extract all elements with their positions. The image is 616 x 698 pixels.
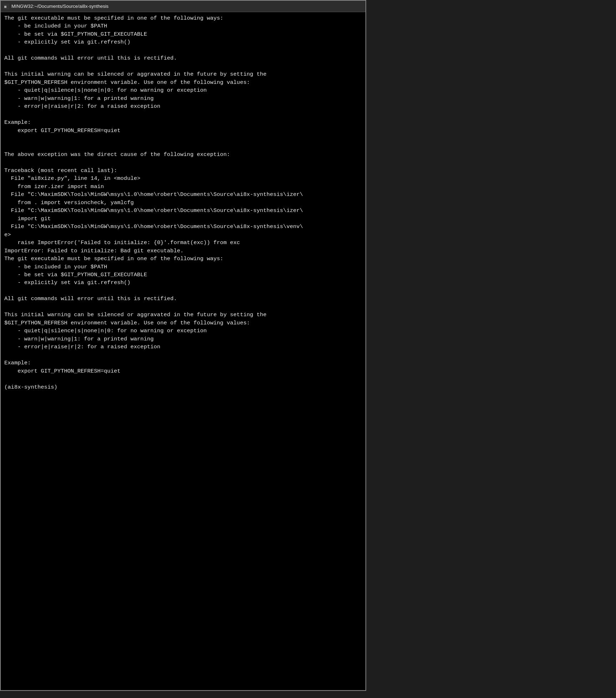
terminal-window: ■ MINGW32:~/Documents/Source/ai8x-synthe…: [0, 0, 366, 691]
window-icon: ■: [4, 4, 9, 9]
title-bar: ■ MINGW32:~/Documents/Source/ai8x-synthe…: [1, 1, 365, 12]
window-title: MINGW32:~/Documents/Source/ai8x-synthesi…: [11, 4, 108, 9]
terminal-body[interactable]: The git executable must be specified in …: [1, 12, 365, 690]
svg-text:■: ■: [4, 5, 6, 9]
terminal-output: The git executable must be specified in …: [4, 14, 362, 391]
